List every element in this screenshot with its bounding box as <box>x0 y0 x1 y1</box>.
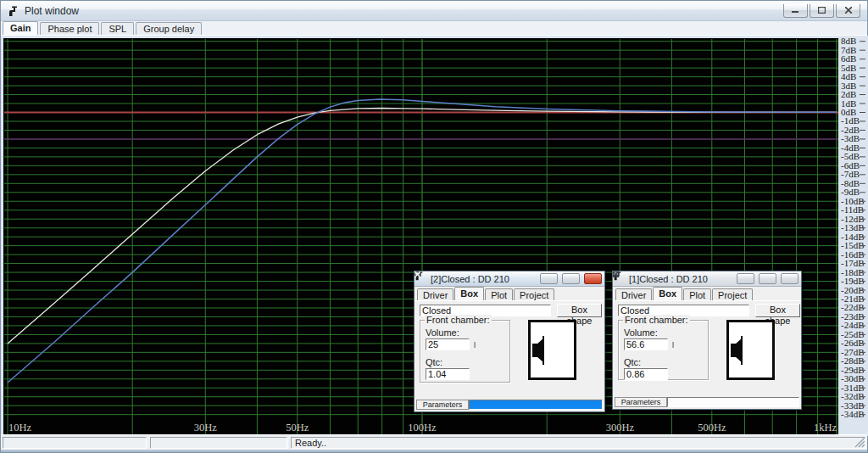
front-chamber-label: Front chamber: <box>623 315 690 325</box>
qtc-field[interactable] <box>624 368 668 380</box>
qtc-field[interactable] <box>426 368 470 380</box>
parameters-tab[interactable]: Parameters <box>416 400 469 410</box>
front-chamber-label: Front chamber: <box>425 315 492 325</box>
box-shape-preview <box>726 320 775 380</box>
tab-plot[interactable]: Plot <box>683 288 711 300</box>
box-tab-panel: Box shape Front chamber: Volume: l Qtc: <box>415 301 604 400</box>
child-titlebar[interactable]: [2]Closed : DD 210 <box>415 271 604 287</box>
tab-group-delay[interactable]: Group delay <box>136 22 202 35</box>
box-shape-preview <box>528 320 576 380</box>
volume-label: Volume: <box>426 327 509 338</box>
status-panel-2 <box>150 437 287 449</box>
close-icon[interactable] <box>781 273 798 284</box>
front-chamber-group: Front chamber: Volume: l Qtc: <box>618 320 709 380</box>
plot-window: Plot window Gain Phase plot SPL Group de… <box>0 0 868 453</box>
restore-button[interactable] <box>759 273 776 284</box>
box-shape-button[interactable]: Box shape <box>557 304 602 317</box>
svg-text:30Hz: 30Hz <box>194 422 218 433</box>
parameters-tab[interactable]: Parameters <box>615 397 667 407</box>
tab-project[interactable]: Project <box>514 288 554 300</box>
svg-text:10Hz: 10Hz <box>8 422 32 433</box>
tab-plot[interactable]: Plot <box>485 288 513 300</box>
gain-plot-area: 10Hz30Hz50Hz100Hz300Hz500Hz1kHz8dB7dB6dB… <box>1 36 867 434</box>
minimize-button[interactable] <box>783 4 808 18</box>
volume-field[interactable] <box>624 338 668 350</box>
resize-grip[interactable] <box>854 437 865 448</box>
box-window-2[interactable]: [2]Closed : DD 210 Driver Box Plot Proje… <box>414 271 605 412</box>
tab-phase-plot[interactable]: Phase plot <box>40 22 99 35</box>
minimize-button[interactable] <box>737 273 754 284</box>
status-message: Ready.. <box>291 437 865 449</box>
volume-unit-label: l <box>474 341 476 350</box>
volume-unit-label: l <box>672 341 674 350</box>
speaker-driver-icon <box>531 336 544 365</box>
close-icon[interactable] <box>584 273 602 284</box>
svg-text:1kHz: 1kHz <box>814 422 837 433</box>
parameters-bar <box>667 397 799 407</box>
box-window-1[interactable]: [1]Closed : DD 210 Driver Box Plot Proje… <box>612 271 802 410</box>
tab-box[interactable]: Box <box>653 287 682 300</box>
child-tabbar: Driver Box Plot Project <box>613 287 801 301</box>
speaker-driver-icon <box>729 336 743 365</box>
tab-driver[interactable]: Driver <box>417 288 453 300</box>
front-chamber-group: Front chamber: Volume: l Qtc: <box>420 320 510 383</box>
window-bottom-border <box>1 450 867 452</box>
parameters-bar <box>469 400 603 410</box>
window-title: Plot window <box>25 5 777 17</box>
box-tab-panel: Box shape Front chamber: Volume: l Qtc: <box>613 301 801 397</box>
svg-text:100Hz: 100Hz <box>408 422 437 433</box>
maximize-button[interactable] <box>810 4 834 18</box>
child-bottom-strip: Parameters <box>415 400 604 411</box>
tab-project[interactable]: Project <box>712 288 753 300</box>
tab-gain[interactable]: Gain <box>3 21 38 35</box>
svg-text:50Hz: 50Hz <box>286 422 309 433</box>
child-titlebar[interactable]: [1]Closed : DD 210 <box>613 271 801 287</box>
app-icon <box>8 5 19 16</box>
restore-button[interactable] <box>562 273 580 284</box>
close-button[interactable] <box>836 4 860 18</box>
child-bottom-strip: Parameters <box>613 397 801 409</box>
svg-text:500Hz: 500Hz <box>698 422 726 433</box>
plot-tabbar: Gain Phase plot SPL Group delay <box>1 21 867 36</box>
tab-box[interactable]: Box <box>454 287 484 300</box>
tab-spl[interactable]: SPL <box>101 22 134 35</box>
svg-text:300Hz: 300Hz <box>606 422 635 433</box>
status-panel-1 <box>3 437 147 449</box>
child-window-title: [1]Closed : DD 210 <box>629 274 732 284</box>
child-window-title: [2]Closed : DD 210 <box>431 274 536 284</box>
minimize-button[interactable] <box>540 273 558 284</box>
box-shape-button[interactable]: Box shape <box>755 304 800 317</box>
volume-field[interactable] <box>426 338 470 350</box>
qtc-label: Qtc: <box>624 357 708 367</box>
child-tabbar: Driver Box Plot Project <box>415 287 604 301</box>
tab-driver[interactable]: Driver <box>615 288 652 300</box>
titlebar[interactable]: Plot window <box>1 1 867 21</box>
status-bar: Ready.. <box>1 434 867 450</box>
qtc-label: Qtc: <box>426 357 509 367</box>
volume-label: Volume: <box>624 327 708 338</box>
